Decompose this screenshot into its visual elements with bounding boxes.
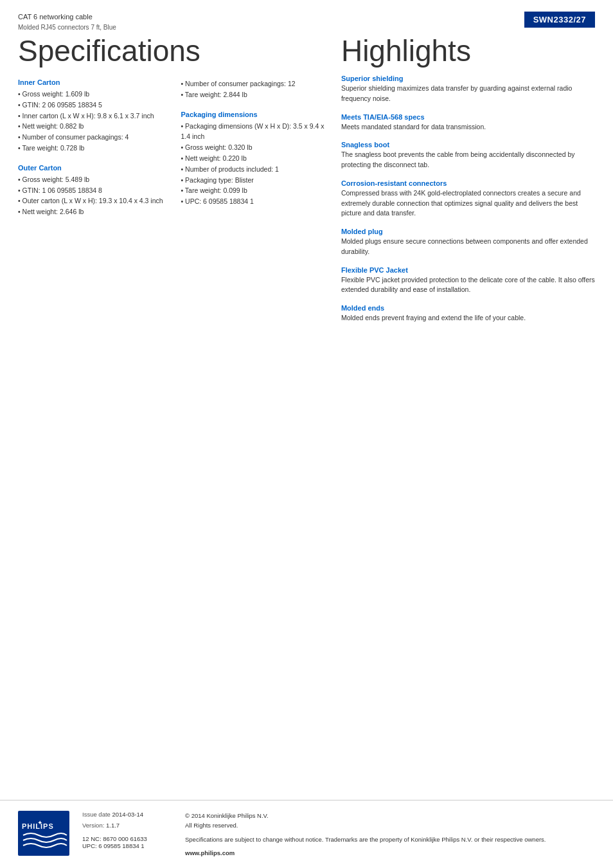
- highlights-title: Highlights: [341, 35, 595, 68]
- highlight-section: Corrosion-resistant connectorsCompressed…: [341, 179, 595, 219]
- list-item: Packaging type: Blister: [181, 175, 328, 186]
- highlight-text: The snagless boot prevents the cable fro…: [341, 150, 595, 170]
- outer-carton-title: Outer Carton: [18, 164, 165, 172]
- highlight-text: Meets mandated standard for data transmi…: [341, 122, 595, 132]
- highlights-column: Highlights Superior shieldingSuperior sh…: [341, 35, 595, 332]
- page: CAT 6 networking cable Molded RJ45 conne…: [0, 0, 613, 868]
- issue-date-row: Issue date 2014-03-14: [82, 811, 172, 818]
- footer-middle: Issue date 2014-03-14 Version: 1.1.7 12 …: [82, 811, 172, 849]
- philips-logo: PHILIPS ✦: [18, 811, 69, 856]
- copyright: © 2014 Koninklijke Philips N.V.: [185, 811, 595, 820]
- list-item: GTIN: 1 06 09585 18834 8: [18, 185, 165, 196]
- highlight-section: Superior shieldingSuperior shielding max…: [341, 75, 595, 104]
- notice: Specifications are subject to change wit…: [185, 835, 595, 844]
- issue-date-value: 2014-03-14: [112, 811, 143, 818]
- list-item: Tare weight: 0.099 lb: [181, 185, 328, 196]
- nc-upc: 12 NC: 8670 000 61633 UPC: 6 09585 18834…: [82, 835, 172, 849]
- highlight-section: Molded endsMolded ends prevent fraying a…: [341, 304, 595, 323]
- list-item: Nett weight: 0.882 lb: [18, 121, 165, 132]
- highlight-section: Snagless bootThe snagless boot prevents …: [341, 141, 595, 170]
- list-item: Outer carton (L x W x H): 19.3 x 10.4 x …: [18, 195, 165, 206]
- upc-value: UPC: 6 09585 18834 1: [82, 842, 172, 849]
- specs-left: Inner Carton Gross weight: 1.609 lbGTIN:…: [18, 78, 165, 228]
- list-item: Nett weight: 0.220 lb: [181, 153, 328, 164]
- inner-carton-section: Inner Carton Gross weight: 1.609 lbGTIN:…: [18, 78, 165, 154]
- highlight-title: Molded plug: [341, 228, 595, 235]
- highlight-title: Molded ends: [341, 304, 595, 312]
- highlight-text: Compressed brass with 24K gold-electropl…: [341, 188, 595, 219]
- list-item: Tare weight: 2.844 lb: [181, 89, 328, 100]
- highlight-text: Molded plugs ensure secure connections b…: [341, 237, 595, 257]
- list-item: Gross weight: 5.489 lb: [18, 174, 165, 185]
- product-name: CAT 6 networking cable: [18, 12, 116, 23]
- specifications-column: Specifications Inner Carton Gross weight…: [18, 35, 328, 332]
- inner-carton-title: Inner Carton: [18, 78, 165, 86]
- specs-columns: Inner Carton Gross weight: 1.609 lbGTIN:…: [18, 78, 328, 228]
- header: CAT 6 networking cable Molded RJ45 conne…: [0, 0, 613, 32]
- highlight-section: Meets TIA/EIA-568 specsMeets mandated st…: [341, 113, 595, 132]
- list-item: Inner carton (L x W x H): 9.8 x 6.1 x 3.…: [18, 111, 165, 122]
- list-item: Tare weight: 0.728 lb: [18, 143, 165, 154]
- list-item: GTIN: 2 06 09585 18834 5: [18, 100, 165, 111]
- highlight-title: Corrosion-resistant connectors: [341, 179, 595, 187]
- issue-date-label: Issue date: [82, 811, 112, 818]
- list-item: Gross weight: 0.320 lb: [181, 142, 328, 153]
- highlight-title: Meets TIA/EIA-568 specs: [341, 113, 595, 121]
- packaging-dimensions-title: Packaging dimensions: [181, 111, 328, 118]
- outer-carton-list: Gross weight: 5.489 lbGTIN: 1 06 09585 1…: [18, 174, 165, 217]
- packaging-dimensions-list: Packaging dimensions (W x H x D): 3.5 x …: [181, 121, 328, 207]
- version-row: Version: 1.1.7: [82, 822, 172, 829]
- list-item: Nett weight: 2.646 lb: [18, 206, 165, 217]
- nc-value: 12 NC: 8670 000 61633: [82, 835, 172, 842]
- highlight-title: Flexible PVC Jacket: [341, 266, 595, 274]
- consumer-right-section: Number of consumer packagings: 12Tare we…: [181, 78, 328, 100]
- product-subtitle: CAT 6 networking cable Molded RJ45 conne…: [18, 12, 116, 32]
- website: www.philips.com: [185, 848, 595, 858]
- highlight-title: Snagless boot: [341, 141, 595, 149]
- main-content: Specifications Inner Carton Gross weight…: [0, 35, 613, 332]
- highlight-section: Molded plugMolded plugs ensure secure co…: [341, 228, 595, 257]
- highlight-text: Superior shielding maximizes data transf…: [341, 84, 595, 104]
- model-badge: SWN2332/27: [524, 12, 595, 28]
- consumer-right-list: Number of consumer packagings: 12Tare we…: [181, 78, 328, 100]
- highlight-text: Flexible PVC jacket provided protection …: [341, 275, 595, 296]
- list-item: Number of consumer packagings: 12: [181, 78, 328, 89]
- list-item: UPC: 6 09585 18834 1: [181, 196, 328, 207]
- inner-carton-list: Gross weight: 1.609 lbGTIN: 2 06 09585 1…: [18, 89, 165, 154]
- footer-right: © 2014 Koninklijke Philips N.V. All Righ…: [185, 811, 595, 858]
- highlights-sections: Superior shieldingSuperior shielding max…: [341, 75, 595, 323]
- list-item: Gross weight: 1.609 lb: [18, 89, 165, 100]
- highlight-section: Flexible PVC JacketFlexible PVC jacket p…: [341, 266, 595, 296]
- rights: All Rights reserved.: [185, 820, 595, 830]
- outer-carton-section: Outer Carton Gross weight: 5.489 lbGTIN:…: [18, 164, 165, 217]
- specifications-title: Specifications: [18, 35, 328, 68]
- packaging-dimensions-section: Packaging dimensions Packaging dimension…: [181, 111, 328, 207]
- specs-right: Number of consumer packagings: 12Tare we…: [181, 78, 328, 228]
- list-item: Number of products included: 1: [181, 164, 328, 175]
- product-desc: Molded RJ45 connectors 7 ft, Blue: [18, 23, 116, 32]
- highlight-text: Molded ends prevent fraying and extend t…: [341, 313, 595, 323]
- svg-text:✦: ✦: [37, 819, 42, 826]
- footer: PHILIPS ✦ Issue date 2014-03-14 Version:…: [0, 800, 613, 868]
- highlight-title: Superior shielding: [341, 75, 595, 82]
- list-item: Packaging dimensions (W x H x D): 3.5 x …: [181, 121, 328, 143]
- version-label: Version:: [82, 822, 106, 829]
- list-item: Number of consumer packagings: 4: [18, 132, 165, 143]
- version-value: 1.1.7: [106, 822, 120, 829]
